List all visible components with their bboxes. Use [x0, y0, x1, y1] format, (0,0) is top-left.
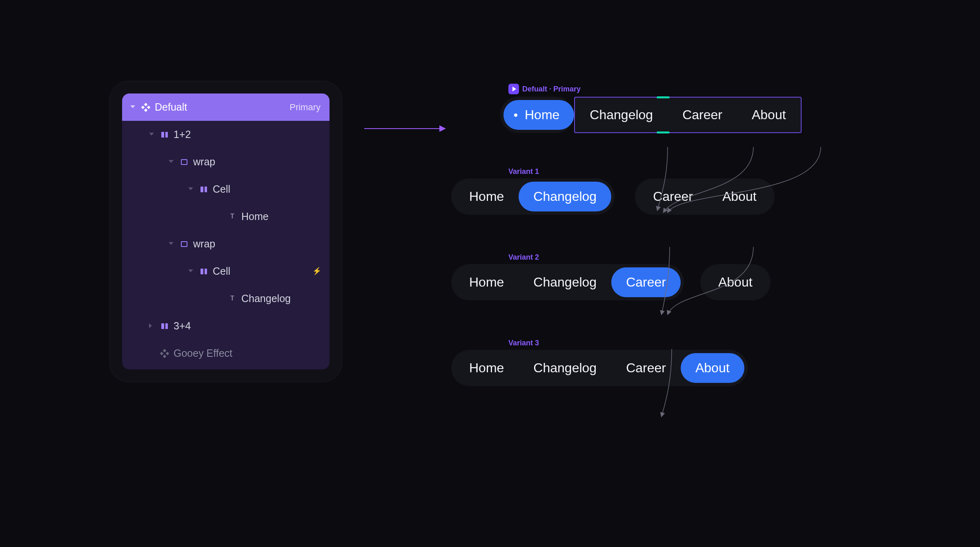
frame-variant-block: Variant 2HomeChangelogCareerAbout	[451, 253, 880, 322]
tab-home[interactable]: Home	[503, 100, 574, 130]
pill-group: HomeChangelog	[451, 178, 615, 215]
frame-variant-block: Variant 3HomeChangelogCareerAbout	[451, 339, 880, 407]
tab-changelog[interactable]: Changelog	[519, 182, 611, 211]
layer-row-label: Home	[241, 211, 269, 222]
autolayout-h-icon	[161, 323, 168, 329]
layer-row[interactable]: wrap	[122, 148, 330, 176]
frame-icon	[181, 159, 187, 165]
bolt-icon	[312, 268, 320, 275]
autolayout-h-icon	[200, 187, 207, 192]
tab-career-label: Career	[682, 107, 722, 122]
tab-about[interactable]: About	[681, 353, 744, 383]
navbar-primary: Home Changelog Career About	[500, 97, 802, 133]
tab-home[interactable]: Home	[454, 353, 519, 383]
caret-down-icon	[168, 241, 174, 247]
layer-row-label: wrap	[193, 238, 215, 250]
caret-right-icon	[148, 323, 154, 329]
layer-row-label: wrap	[193, 156, 215, 168]
tab-changelog[interactable]: Changelog	[519, 353, 611, 383]
caret-down-icon	[129, 105, 135, 110]
layer-row-label: Changelog	[241, 293, 291, 305]
canvas-area: Defualt · Primary Home Changelog Career …	[451, 84, 880, 425]
tab-career[interactable]: Career	[638, 182, 708, 211]
layer-row[interactable]: wrap	[122, 230, 330, 258]
caret-down-icon	[187, 187, 193, 192]
autolayout-h-icon	[200, 269, 207, 274]
navbar-primary-group-active: Home	[500, 97, 574, 133]
tab-career[interactable]: Career	[611, 267, 681, 297]
tab-about[interactable]: About	[704, 267, 767, 297]
navbar-variant: HomeChangelogCareerAbout	[451, 350, 748, 386]
frame-variant-block: Variant 1HomeChangelogCareerAbout	[451, 167, 880, 236]
tab-career[interactable]: Career	[611, 353, 681, 383]
layer-row[interactable]: Gooey Effect	[122, 340, 330, 367]
layer-row[interactable]: Cell	[122, 258, 330, 285]
tab-about[interactable]: About	[708, 182, 771, 211]
layer-header-badge: Primary	[290, 102, 321, 113]
tab-about-label: About	[752, 107, 786, 122]
caret-down-icon	[148, 132, 154, 138]
frame-label-primary-text: Defualt · Primary	[522, 85, 581, 93]
component-icon	[141, 102, 151, 112]
layer-row-label: Cell	[213, 183, 230, 195]
tab-career[interactable]: Career	[668, 100, 737, 130]
layer-header-title: Defualt	[155, 101, 187, 113]
frame-icon	[181, 241, 187, 247]
layer-row-label: Cell	[213, 265, 230, 277]
tab-home[interactable]: Home	[454, 267, 519, 297]
text-icon: T	[229, 296, 236, 302]
layer-row[interactable]: THome	[122, 203, 330, 230]
caret-down-icon	[187, 269, 193, 274]
text-icon: T	[229, 213, 236, 220]
navbar-variant: HomeChangelogCareerAbout	[451, 178, 775, 215]
tab-home[interactable]: Home	[454, 182, 519, 211]
layer-row-label: Gooey Effect	[174, 347, 232, 359]
caret-down-icon	[168, 159, 174, 165]
frame-primary-block: Defualt · Primary Home Changelog Career …	[451, 84, 880, 150]
layer-row[interactable]: 3+4	[122, 312, 330, 340]
variant-label[interactable]: Variant 1	[508, 167, 880, 176]
connector-arrow	[364, 128, 445, 129]
layer-row[interactable]: Cell	[122, 176, 330, 203]
variant-label[interactable]: Variant 2	[508, 253, 880, 262]
tab-home-label: Home	[525, 107, 559, 122]
tab-about[interactable]: About	[737, 100, 801, 130]
layers-panel-container: Defualt Primary 1+2wrapCellTHomewrapCell…	[109, 81, 342, 382]
pill-group: HomeChangelogCareerAbout	[451, 350, 748, 386]
pill-group: HomeChangelogCareer	[451, 264, 684, 300]
autolayout-h-icon	[161, 132, 168, 138]
play-icon	[508, 84, 519, 94]
tab-changelog[interactable]: Changelog	[519, 267, 611, 297]
layer-row[interactable]: TChangelog	[122, 285, 330, 312]
layers-panel: Defualt Primary 1+2wrapCellTHomewrapCell…	[122, 93, 330, 369]
layer-row-label: 3+4	[174, 320, 191, 332]
pill-group: About	[700, 264, 771, 300]
layer-row[interactable]: 1+2	[122, 121, 330, 148]
active-dot	[514, 113, 517, 117]
layer-row-label: 1+2	[174, 129, 191, 140]
navbar-variant: HomeChangelogCareerAbout	[451, 264, 771, 300]
pill-group: CareerAbout	[635, 178, 774, 215]
tab-changelog-label: Changelog	[590, 107, 653, 122]
variant-label[interactable]: Variant 3	[508, 339, 880, 347]
component-icon	[160, 349, 169, 358]
navbar-primary-group-rest[interactable]: Changelog Career About	[574, 97, 801, 133]
frame-label-primary[interactable]: Defualt · Primary	[508, 84, 880, 94]
tab-changelog[interactable]: Changelog	[575, 100, 668, 130]
layer-row-header[interactable]: Defualt Primary	[122, 93, 330, 121]
